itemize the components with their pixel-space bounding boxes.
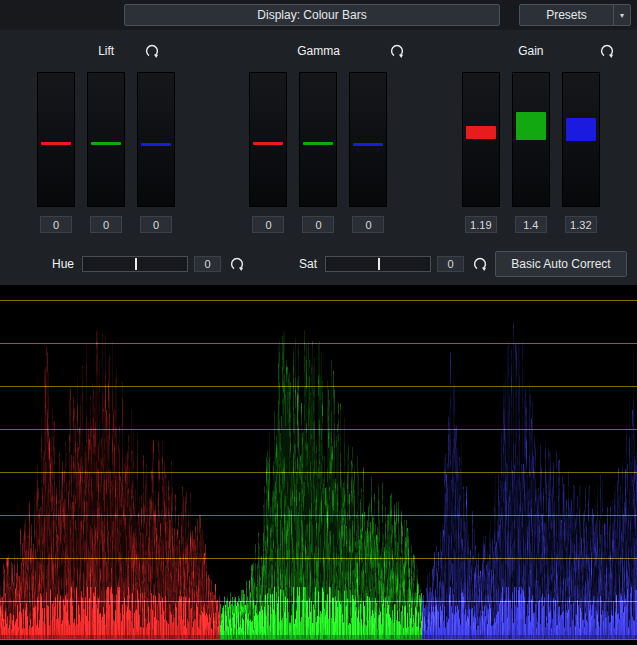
lift-red-handle[interactable] <box>41 142 71 145</box>
sat-slider[interactable] <box>325 256 431 272</box>
presets-dropdown[interactable]: Presets ▾ <box>519 4 631 26</box>
gain-red-slider[interactable] <box>462 72 500 207</box>
gamma-sliders <box>249 72 387 207</box>
lift-blue-value[interactable]: 0 <box>140 216 172 233</box>
lift-blue-slider[interactable] <box>137 72 175 207</box>
rgb-waveform-display <box>0 285 637 645</box>
basic-auto-correct-button[interactable]: Basic Auto Correct <box>495 251 627 277</box>
gamma-label: Gamma <box>297 44 340 58</box>
gain-green-slider[interactable] <box>512 72 550 207</box>
lift-header: Lift <box>0 30 212 72</box>
hue-slider-handle[interactable] <box>135 258 137 270</box>
gain-blue-slider[interactable] <box>562 72 600 207</box>
gain-sliders <box>462 72 600 207</box>
gamma-green-value[interactable]: 0 <box>302 216 334 233</box>
gamma-blue-slider[interactable] <box>349 72 387 207</box>
lift-red-value[interactable]: 0 <box>40 216 72 233</box>
gamma-blue-value[interactable]: 0 <box>352 216 384 233</box>
hue-value[interactable]: 0 <box>194 256 221 272</box>
gain-red-value[interactable]: 1.19 <box>465 216 497 233</box>
reset-arrow-glyph <box>600 44 614 58</box>
gamma-red-slider[interactable] <box>249 72 287 207</box>
gain-blue-handle[interactable] <box>566 118 596 141</box>
lift-values: 0 0 0 <box>40 216 172 233</box>
gain-label: Gain <box>518 44 543 58</box>
gain-values: 1.19 1.4 1.32 <box>465 216 597 233</box>
hue-label: Hue <box>46 257 74 271</box>
gain-green-handle[interactable] <box>516 112 546 140</box>
display-mode-button[interactable]: Display: Colour Bars <box>124 4 500 26</box>
hue-slider[interactable] <box>82 256 188 272</box>
lift-green-slider[interactable] <box>87 72 125 207</box>
gamma-header: Gamma <box>212 30 424 72</box>
gain-reset-icon[interactable] <box>599 43 615 59</box>
chevron-down-icon[interactable]: ▾ <box>613 5 630 25</box>
sat-reset-icon[interactable] <box>472 256 488 272</box>
gamma-red-handle[interactable] <box>253 142 283 145</box>
presets-label: Presets <box>520 5 613 25</box>
gain-blue-value[interactable]: 1.32 <box>565 216 597 233</box>
lift-green-handle[interactable] <box>91 142 121 145</box>
colour-correction-panel: Display: Colour Bars Presets ▾ Lift <box>0 0 637 645</box>
gamma-reset-icon[interactable] <box>389 43 405 59</box>
gamma-blue-handle[interactable] <box>353 143 383 146</box>
gain-red-handle[interactable] <box>466 126 496 139</box>
hue-sat-section: Hue 0 Sat 0 Basic Auto Correct <box>0 242 637 285</box>
lift-group: Lift 0 0 0 <box>0 30 212 242</box>
lift-gamma-gain-section: Lift 0 0 0 Gamma <box>0 30 637 242</box>
lift-sliders <box>37 72 175 207</box>
gain-green-value[interactable]: 1.4 <box>515 216 547 233</box>
sat-slider-handle[interactable] <box>378 258 380 270</box>
reset-arrow-glyph <box>473 257 487 271</box>
sat-label: Sat <box>291 257 317 271</box>
gain-group: Gain 1.19 1.4 1.32 <box>425 30 637 242</box>
lift-blue-handle[interactable] <box>141 143 171 146</box>
toolbar: Display: Colour Bars Presets ▾ <box>0 0 637 30</box>
gamma-red-value[interactable]: 0 <box>252 216 284 233</box>
reset-arrow-glyph <box>390 44 404 58</box>
reset-arrow-glyph <box>230 257 244 271</box>
lift-label: Lift <box>98 44 114 58</box>
gain-header: Gain <box>425 30 637 72</box>
reset-arrow-glyph <box>145 44 159 58</box>
lift-reset-icon[interactable] <box>144 43 160 59</box>
sat-value[interactable]: 0 <box>437 256 464 272</box>
hue-reset-icon[interactable] <box>229 256 245 272</box>
lift-green-value[interactable]: 0 <box>90 216 122 233</box>
gamma-green-handle[interactable] <box>303 142 333 145</box>
gamma-green-slider[interactable] <box>299 72 337 207</box>
gamma-values: 0 0 0 <box>252 216 384 233</box>
gamma-group: Gamma 0 0 0 <box>212 30 424 242</box>
lift-red-slider[interactable] <box>37 72 75 207</box>
